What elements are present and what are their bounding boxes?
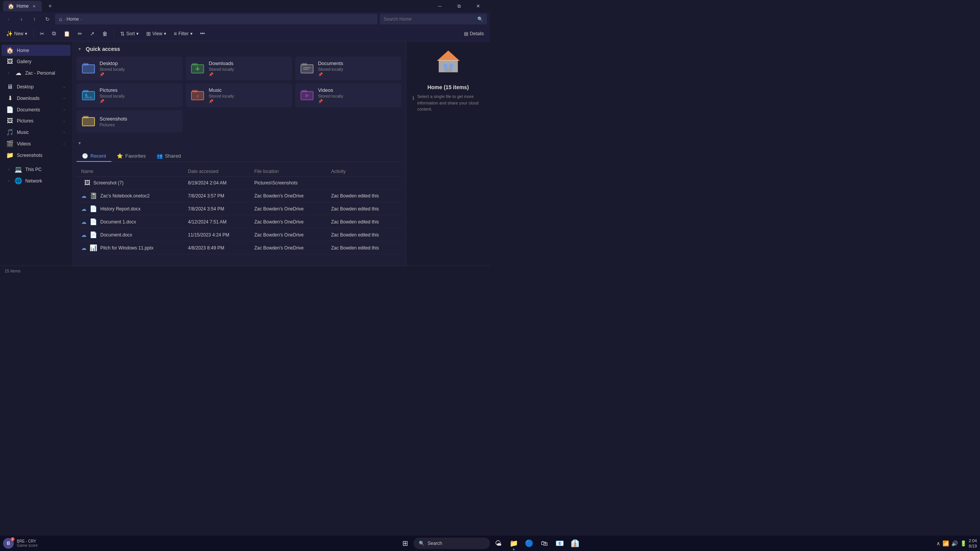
sidebar-item-this-pc[interactable]: › 💻 This PC [2,164,70,175]
col-name: Name [77,166,183,177]
new-button[interactable]: ✨ New ▾ [3,28,30,39]
recent-icon: 🕐 [82,153,88,159]
documents-name: Documents [318,60,397,66]
tab-favorites[interactable]: ⭐ Favorites [111,151,151,162]
svg-rect-17 [192,90,198,92]
table-row[interactable]: ☁ 📊 Pitch for Windows 11.pptx 4/8/2023 8… [77,241,401,254]
sidebar-item-zac-personal[interactable]: › ☁ Zac - Personal [2,67,70,78]
refresh-button[interactable]: ↻ [42,14,53,24]
svg-rect-25 [83,116,88,118]
recent-collapse[interactable]: ▾ [77,140,83,146]
shared-label: Shared [165,153,181,159]
delete-button[interactable]: 🗑 [99,28,111,39]
music-folder-icon: ♪ [190,88,205,103]
table-row[interactable]: 🖼 Screenshot (7) 8/19/2024 2:04 AM Pictu… [77,177,401,189]
rename-button[interactable]: ✏ [75,28,85,39]
quick-item-screenshots[interactable]: Screenshots Pictures [77,110,183,132]
sidebar-screenshots-label: Screenshots [17,153,66,158]
breadcrumb[interactable]: ⌂ › Home › [55,14,377,24]
tab-close-btn[interactable]: ✕ [31,3,37,9]
filter-button[interactable]: ≡ Filter ▾ [171,28,196,39]
desktop-sub: Stored locally [100,67,178,72]
quick-access-title: Quick access [86,46,120,52]
tab-home[interactable]: 🏠 Home ✕ [3,1,42,11]
search-box[interactable]: 🔍 [380,14,487,24]
expand-icon: › [6,70,11,76]
address-bar: ‹ › ↑ ↻ ⌂ › Home › 🔍 [0,12,490,26]
pictures-sub: Stored locally [100,94,178,98]
paste-button[interactable]: 📋 [60,28,73,39]
sort-chevron: ▾ [136,31,139,36]
sidebar-item-music[interactable]: 🎵 Music → [2,127,70,138]
sidebar-item-screenshots[interactable]: 📁 Screenshots [2,150,70,161]
quick-item-documents[interactable]: Documents Stored locally 📌 [295,57,401,80]
svg-rect-11 [82,91,95,100]
more-button[interactable]: ••• [197,28,208,39]
new-tab-button[interactable]: + [45,1,56,11]
file-location: Pictures\Screenshots [250,177,327,189]
sidebar-pictures-label: Pictures [17,118,59,124]
sidebar-item-network[interactable]: › 🌐 Network [2,175,70,186]
search-input[interactable] [384,16,475,22]
maximize-button[interactable]: ⧉ [450,0,468,12]
tab-home-label: Home [16,3,29,9]
sidebar-item-gallery[interactable]: 🖼 Gallery [2,56,70,67]
cut-button[interactable]: ✂ [37,28,47,39]
back-button[interactable]: ‹ [3,14,14,24]
details-button[interactable]: ▤ Details [461,29,487,38]
pin-icon-docs: → [62,108,66,112]
table-row[interactable]: ☁ 📄 Document.docx 11/15/2023 4:24 PM Zac… [77,228,401,241]
file-table-body: 🖼 Screenshot (7) 8/19/2024 2:04 AM Pictu… [77,177,401,254]
sidebar-gallery-label: Gallery [17,59,66,64]
paste-icon: 📋 [64,31,70,37]
sidebar-desktop-label: Desktop [17,84,59,90]
toolbar-sep-2 [114,30,114,37]
sidebar-item-desktop[interactable]: 🖥 Desktop → [2,82,70,92]
table-row[interactable]: ☁ 📓 Zac's Notebook.onetoc2 7/8/2024 3:57… [77,189,401,202]
status-bar: 15 items [0,266,490,276]
sort-label: Sort [126,31,135,36]
sort-button[interactable]: ⇅ Sort ▾ [117,28,142,39]
share-button[interactable]: ↗ [87,28,98,39]
screenshots-sub: Pictures [100,122,178,127]
close-button[interactable]: ✕ [469,0,487,12]
file-activity: Zac Bowden edited this [327,215,401,228]
sidebar-item-pictures[interactable]: 🖼 Pictures → [2,116,70,126]
table-row[interactable]: ☁ 📄 Document 1.docx 4/12/2024 7:51 AM Za… [77,215,401,228]
copy-button[interactable]: ⧉ [49,28,59,39]
cut-icon: ✂ [40,31,44,37]
table-row[interactable]: ☁ 📄 History Report.docx 7/8/2024 3:54 PM… [77,202,401,215]
quick-item-videos[interactable]: Videos Stored locally 📌 [295,83,401,107]
sidebar-item-downloads[interactable]: ⬇ Downloads → [2,93,70,104]
minimize-button[interactable]: ─ [431,0,449,12]
tab-shared[interactable]: 👥 Shared [151,151,186,162]
title-bar-left: 🏠 Home ✕ + [3,1,56,11]
quick-item-downloads[interactable]: Downloads Stored locally 📌 [186,57,292,80]
more-icon: ••• [200,31,205,36]
breadcrumb-current: Home [67,16,79,22]
pin-icon-videos: → [62,142,66,146]
forward-button[interactable]: › [16,14,27,24]
quick-item-music[interactable]: ♪ Music Stored locally 📌 [186,83,292,107]
sidebar-item-home[interactable]: 🏠 Home [2,45,70,56]
sidebar-item-documents[interactable]: 📄 Documents → [2,104,70,115]
sidebar-item-videos[interactable]: 🎬 Videos → [2,138,70,149]
quick-access-collapse[interactable]: ▾ [77,46,83,52]
window-controls: ─ ⧉ ✕ [431,0,487,12]
pin-icon-dl: → [62,96,66,100]
music-pin: 📌 [209,99,287,103]
recent-tabs: 🕐 Recent ⭐ Favorites 👥 Shared [77,151,401,162]
info-icon: ℹ [412,94,414,102]
pictures-icon: 🖼 [6,117,14,124]
toolbar-sep-1 [33,30,34,37]
view-button[interactable]: ⊞ View ▾ [143,28,169,39]
up-button[interactable]: ↑ [29,14,40,24]
tab-recent[interactable]: 🕐 Recent [77,151,111,162]
sidebar-docs-label: Documents [17,107,59,112]
status-text: 15 items [5,269,21,273]
quick-item-desktop[interactable]: Desktop Stored locally 📌 [77,57,183,80]
file-cloud-icon: ☁ [81,232,87,238]
table-header: Name Date accessed File location Activit… [77,166,401,177]
file-type-icon: 📄 [90,231,97,238]
quick-item-pictures[interactable]: Pictures Stored locally 📌 [77,83,183,107]
